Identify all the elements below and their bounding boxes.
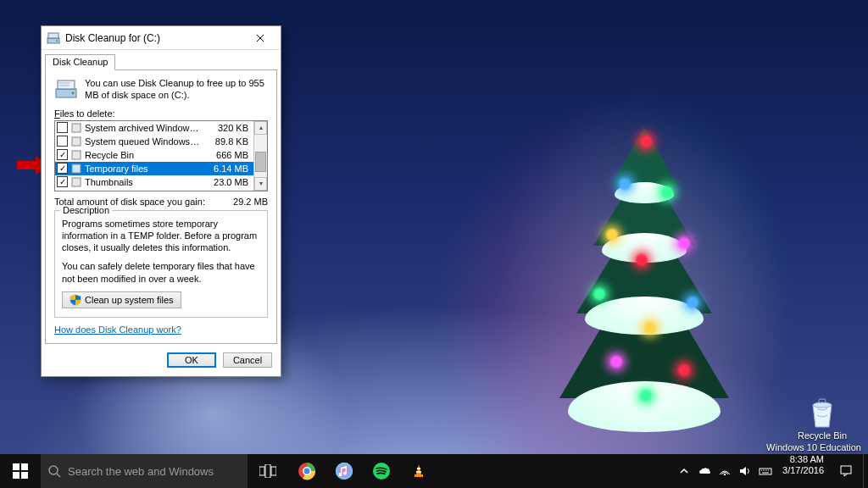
app-chrome[interactable]: [288, 454, 326, 488]
activation-watermark: Windows 10 Education: [766, 441, 861, 454]
svg-rect-13: [21, 463, 28, 470]
file-row[interactable]: ✓Recycle Bin666 MB: [55, 148, 253, 162]
system-tray: [672, 454, 777, 488]
svg-rect-14: [13, 472, 19, 479]
tray-onedrive-icon[interactable]: [698, 464, 711, 478]
app-vlc[interactable]: [400, 454, 437, 488]
wallpaper-tree: [559, 102, 729, 424]
svg-line-17: [57, 474, 60, 477]
help-link[interactable]: How does Disk Cleanup work?: [54, 324, 181, 335]
svg-point-6: [72, 92, 75, 95]
uac-shield-icon: [70, 294, 81, 306]
search-placeholder: Search the web and Windows: [68, 465, 214, 478]
tab-strip: Disk Cleanup: [42, 50, 281, 69]
show-desktop-button[interactable]: [863, 454, 868, 488]
drive-icon: [54, 77, 78, 101]
file-type-icon: [70, 122, 82, 134]
scroll-thumb[interactable]: [255, 152, 266, 172]
clean-system-files-button[interactable]: Clean up system files: [62, 291, 181, 308]
file-name: Thumbnails: [85, 177, 201, 187]
recycle-bin-icon: [808, 396, 837, 429]
file-size: 6.14 MB: [201, 164, 252, 174]
svg-rect-9: [72, 151, 81, 159]
svg-rect-5: [58, 80, 75, 89]
file-checkbox[interactable]: [57, 136, 68, 147]
svg-point-25: [336, 463, 353, 480]
start-button[interactable]: [0, 454, 41, 488]
file-checkbox[interactable]: [57, 122, 68, 133]
svg-rect-28: [417, 468, 420, 469]
svg-point-0: [813, 402, 832, 408]
svg-point-23: [304, 469, 310, 474]
svg-rect-7: [72, 124, 81, 132]
file-size: 666 MB: [201, 150, 252, 160]
recycle-bin-desktop-icon[interactable]: Recycle Bin: [792, 396, 853, 441]
taskbar-clock[interactable]: 8:38 AM 3/17/2016: [777, 454, 829, 488]
svg-rect-19: [265, 464, 270, 478]
search-box[interactable]: Search the web and Windows: [41, 454, 248, 488]
task-view-button[interactable]: [248, 454, 288, 488]
desktop: Recycle Bin Windows 10 Education Disk Cl…: [0, 0, 868, 488]
close-button[interactable]: [243, 27, 277, 49]
file-type-icon: [70, 136, 82, 147]
app-spotify[interactable]: [363, 454, 400, 488]
tab-body: You can use Disk Cleanup to free up to 9…: [45, 69, 277, 344]
scroll-track[interactable]: [254, 135, 267, 177]
files-to-delete-label: Files to delete:: [54, 108, 268, 119]
tray-network-icon[interactable]: [718, 464, 732, 478]
svg-rect-10: [72, 164, 81, 173]
file-row[interactable]: ✓Thumbnails23.0 MB: [55, 175, 253, 189]
tray-chevron-icon[interactable]: [677, 464, 691, 478]
file-checkbox[interactable]: ✓: [57, 176, 68, 187]
file-row[interactable]: System archived Windows Error Repor...32…: [55, 121, 253, 135]
file-row[interactable]: System queued Windows Error Reporti...89…: [55, 135, 253, 148]
scrollbar[interactable]: ▴ ▾: [253, 121, 267, 191]
file-name: System queued Windows Error Reporti...: [85, 136, 201, 147]
file-name: Recycle Bin: [85, 150, 201, 160]
ok-button[interactable]: OK: [167, 352, 216, 368]
tab-disk-cleanup[interactable]: Disk Cleanup: [45, 54, 115, 70]
svg-point-3: [56, 40, 58, 42]
drive-cleanup-icon: [47, 31, 60, 45]
files-listbox[interactable]: System archived Windows Error Repor...32…: [54, 120, 268, 191]
file-type-icon: [70, 149, 82, 161]
disk-cleanup-window: Disk Cleanup for (C:) Disk Cleanup You c…: [41, 25, 281, 377]
intro-text: You can use Disk Cleanup to free up to 9…: [85, 77, 268, 102]
svg-rect-12: [13, 463, 19, 470]
description-p1: Programs sometimes store temporary infor…: [62, 218, 260, 254]
window-title: Disk Cleanup for (C:): [65, 32, 243, 44]
svg-rect-2: [48, 33, 58, 38]
svg-rect-20: [271, 467, 276, 475]
file-type-icon: [70, 163, 82, 175]
file-checkbox[interactable]: ✓: [57, 149, 68, 160]
file-name: Temporary files: [85, 164, 201, 174]
clock-date: 3/17/2016: [782, 465, 824, 476]
search-icon: [47, 464, 61, 478]
svg-rect-8: [72, 137, 81, 146]
titlebar[interactable]: Disk Cleanup for (C:): [42, 26, 281, 50]
svg-rect-27: [415, 474, 423, 477]
svg-rect-31: [760, 469, 771, 474]
file-size: 89.8 KB: [201, 136, 252, 147]
svg-rect-15: [21, 472, 28, 479]
svg-rect-18: [259, 467, 264, 475]
file-row[interactable]: ✓Temporary files6.14 MB: [55, 162, 253, 175]
action-center-button[interactable]: [829, 454, 863, 488]
tray-volume-icon[interactable]: [738, 464, 752, 478]
scroll-down-button[interactable]: ▾: [254, 177, 267, 191]
tray-keyboard-icon[interactable]: [759, 464, 772, 478]
app-itunes[interactable]: [326, 454, 363, 488]
description-p2: You can safely delete temporary files th…: [62, 260, 260, 285]
svg-point-30: [724, 474, 726, 475]
svg-rect-33: [841, 466, 851, 474]
scroll-up-button[interactable]: ▴: [254, 121, 267, 135]
cancel-button[interactable]: Cancel: [223, 352, 272, 368]
file-checkbox[interactable]: ✓: [57, 163, 68, 174]
description-legend: Description: [60, 205, 112, 215]
file-name: System archived Windows Error Repor...: [85, 123, 201, 133]
svg-point-16: [49, 466, 58, 474]
total-value: 29.2 MB: [233, 197, 268, 207]
clock-time: 8:38 AM: [782, 454, 824, 465]
file-size: 320 KB: [201, 123, 252, 133]
clean-system-files-label: Clean up system files: [85, 295, 174, 305]
